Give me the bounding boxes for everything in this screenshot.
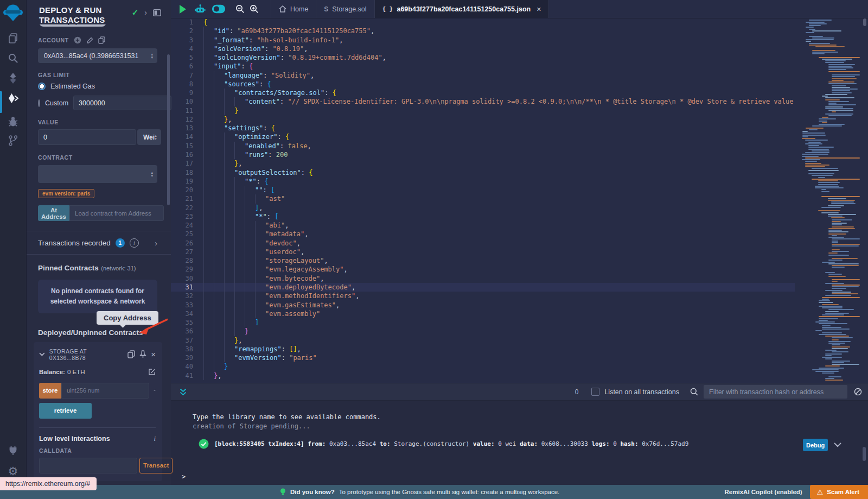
copilot-toggle-icon[interactable] <box>212 4 226 14</box>
ai-copilot-robot-icon[interactable] <box>195 4 206 15</box>
code-line-11[interactable]: 11} <box>171 106 795 115</box>
code-line-15[interactable]: 15"enabled": false, <box>171 142 795 150</box>
expand-params-icon[interactable] <box>154 388 156 393</box>
debugger-icon[interactable] <box>0 116 26 128</box>
code-line-10[interactable]: 10"content": "// SPDX-License-Identifier… <box>171 97 795 106</box>
custom-gas-radio[interactable] <box>38 99 40 107</box>
code-line-16[interactable]: 16"runs": 200 <box>171 150 795 159</box>
tab-storage-sol[interactable]: S Storage.sol <box>316 0 374 18</box>
contract-instance-title[interactable]: STORAGE AT 0X136...8B78 <box>49 348 123 361</box>
code-line-2[interactable]: 2"id": "a69b43f277ba20fcac141151250ca755… <box>171 27 795 35</box>
code-line-25[interactable]: 25"metadata", <box>171 230 795 238</box>
solidity-compiler-icon[interactable] <box>0 72 26 84</box>
run-script-icon[interactable] <box>180 5 186 14</box>
terminal-prompt[interactable]: > <box>182 473 186 481</box>
code-line-21[interactable]: 21"ast" <box>171 194 795 203</box>
code-line-27[interactable]: 27"userdoc", <box>171 248 795 256</box>
code-line-13[interactable]: 13"settings": { <box>171 124 795 132</box>
expand-transactions-icon[interactable]: › <box>155 239 157 248</box>
code-line-37[interactable]: 37}, <box>171 336 795 345</box>
zoom-out-icon[interactable] <box>235 4 245 14</box>
code-line-32[interactable]: 32"evm.methodIdentifiers", <box>171 292 795 300</box>
code-line-5[interactable]: 5"solcLongVersion": "0.8.19+commit.7dd6d… <box>171 53 795 62</box>
plugin-manager-icon[interactable] <box>0 444 26 456</box>
code-line-1[interactable]: 1{ <box>171 18 795 27</box>
code-line-33[interactable]: 33"evm.gasEstimates", <box>171 301 795 309</box>
code-line-14[interactable]: 14"optimizer": { <box>171 132 795 141</box>
code-line-20[interactable]: 20"": [ <box>171 186 795 194</box>
value-unit-select[interactable]: Wei ▴▾ <box>137 129 161 145</box>
edit-balance-icon[interactable] <box>148 368 156 376</box>
copy-address-icon[interactable] <box>127 350 135 358</box>
code-line-3[interactable]: 3"_format": "hh-sol-build-info-1", <box>171 36 795 45</box>
code-line-6[interactable]: 6"input": { <box>171 62 795 71</box>
editor-scrollbar[interactable] <box>863 18 866 26</box>
code-line-34[interactable]: 34"evm.assembly" <box>171 309 795 318</box>
close-tab-icon[interactable]: × <box>537 5 541 14</box>
custom-gas-input[interactable] <box>73 96 171 110</box>
store-button[interactable]: store <box>39 383 61 399</box>
calldata-input[interactable] <box>39 458 137 473</box>
value-input[interactable] <box>38 129 136 145</box>
code-line-22[interactable]: 22], <box>171 204 795 212</box>
git-icon[interactable] <box>0 135 26 147</box>
terminal-scrollbar[interactable] <box>863 447 866 461</box>
tab-build-info-json[interactable]: { } a69b43f277ba20fcac141151250ca755.jso… <box>375 0 550 18</box>
store-param-input[interactable] <box>61 383 149 399</box>
chevron-right-icon[interactable]: › <box>144 8 147 17</box>
code-line-17[interactable]: 17}, <box>171 159 795 168</box>
copy-account-icon[interactable] <box>98 36 105 44</box>
code-line-30[interactable]: 30"evm.bytecode", <box>171 274 795 283</box>
transaction-log-row[interactable]: [block:5583405 txIndex:4] from: 0xa03...… <box>199 439 688 449</box>
clear-console-icon[interactable] <box>854 388 862 396</box>
copilot-status[interactable]: RemixAI Copilot (enabled) <box>725 489 802 495</box>
remix-logo-icon[interactable] <box>0 3 26 24</box>
code-line-18[interactable]: 18"outputSelection": { <box>171 168 795 177</box>
collapse-contract-icon[interactable] <box>39 352 45 356</box>
code-line-31[interactable]: 31"evm.deployedBytecode", <box>171 283 795 292</box>
file-explorer-icon[interactable] <box>0 33 26 45</box>
code-line-8[interactable]: 8"sources": { <box>171 80 795 89</box>
expand-log-icon[interactable] <box>834 443 841 447</box>
pin-panel-icon[interactable] <box>153 9 161 16</box>
code-line-38[interactable]: 38"remappings": [], <box>171 345 795 353</box>
debug-button[interactable]: Debug <box>803 439 828 451</box>
code-line-28[interactable]: 28"storageLayout", <box>171 256 795 265</box>
at-address-input[interactable] <box>69 205 164 221</box>
code-line-19[interactable]: 19"*": { <box>171 177 795 186</box>
search-icon[interactable] <box>0 53 26 64</box>
settings-gear-icon[interactable]: ⚙ <box>0 465 26 478</box>
code-line-39[interactable]: 39"evmVersion": "paris" <box>171 353 795 362</box>
code-line-4[interactable]: 4"solcVersion": "0.8.19", <box>171 45 795 53</box>
remove-contract-icon[interactable]: × <box>151 351 156 358</box>
transact-button[interactable]: Transact <box>139 458 173 473</box>
minimap[interactable] <box>800 18 861 382</box>
code-line-12[interactable]: 12}, <box>171 115 795 124</box>
listen-all-checkbox[interactable] <box>591 388 599 396</box>
code-line-24[interactable]: 24"abi", <box>171 221 795 230</box>
panel-scrollbar[interactable] <box>167 54 170 205</box>
info-icon[interactable]: i <box>130 238 139 248</box>
retrieve-button[interactable]: retrieve <box>39 403 92 419</box>
code-line-23[interactable]: 23"*": [ <box>171 212 795 221</box>
tab-home[interactable]: Home <box>271 0 316 18</box>
code-editor[interactable]: 1{2"id": "a69b43f277ba20fcac141151250ca7… <box>171 18 795 383</box>
code-line-40[interactable]: 40} <box>171 362 795 371</box>
pin-contract-icon[interactable] <box>139 350 146 358</box>
code-line-36[interactable]: 36} <box>171 327 795 336</box>
code-line-9[interactable]: 9"contracts/Storage.sol": { <box>171 89 795 97</box>
code-line-35[interactable]: 35] <box>171 318 795 327</box>
contract-select[interactable]: ▴▾ <box>38 165 157 183</box>
code-line-29[interactable]: 29"evm.legacyAssembly", <box>171 265 795 274</box>
collapse-terminal-icon[interactable] <box>180 388 187 396</box>
account-select[interactable]: 0xA03...85ac4 (0.39866531531 ▴▾ <box>38 48 157 63</box>
code-line-26[interactable]: 26"devdoc", <box>171 239 795 248</box>
edit-account-icon[interactable] <box>86 37 93 44</box>
code-line-41[interactable]: 41}, <box>171 371 795 380</box>
add-account-icon[interactable] <box>74 36 81 44</box>
scam-alert-badge[interactable]: ⚠ Scam Alert <box>810 485 868 499</box>
low-level-info-icon[interactable]: i <box>154 434 156 443</box>
code-line-7[interactable]: 7"language": "Solidity", <box>171 71 795 80</box>
estimated-gas-radio[interactable] <box>38 83 46 90</box>
deploy-run-icon[interactable] <box>0 92 26 105</box>
